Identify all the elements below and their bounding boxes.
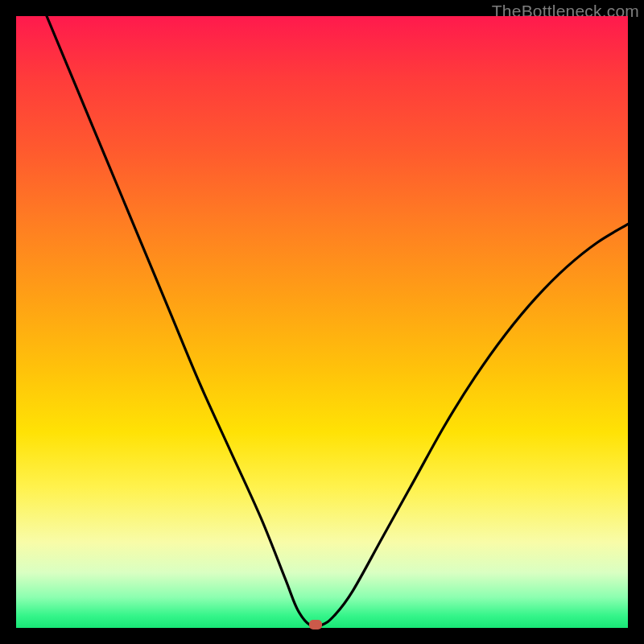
bottleneck-curve xyxy=(16,16,628,628)
plot-area xyxy=(16,16,628,628)
chart-frame: TheBottleneck.com xyxy=(0,0,644,644)
optimal-point-marker xyxy=(309,620,322,630)
